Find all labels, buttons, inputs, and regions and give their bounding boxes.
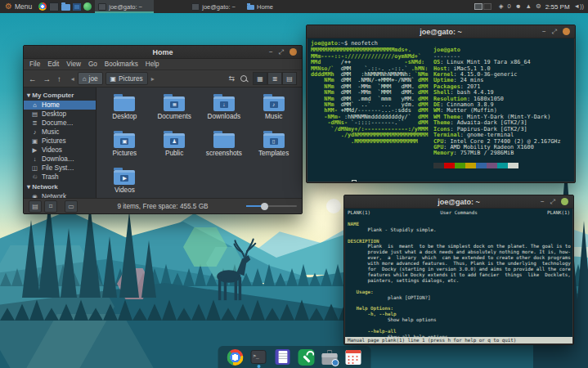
clock[interactable]: 2:55 PM (545, 3, 570, 11)
file-item-screenshots[interactable]: screenshots (200, 131, 249, 168)
user-icon[interactable]: ☻ (515, 0, 522, 13)
updates-count[interactable]: 0 (508, 0, 511, 13)
neofetch-ascii-logo: MMMMMMMMMMMMMMMMMMMMMMMMMmds+. MMm----::… (311, 47, 433, 168)
window-button-joe-gato-[interactable]: joe@gato: ~ (188, 0, 239, 13)
man-page-line: painters, settings dialogs, etc. (348, 278, 570, 284)
minimize-button[interactable]: − (541, 199, 545, 205)
file-item-music[interactable]: ♪Music (249, 94, 298, 131)
icon-view-button[interactable]: ▦ (253, 72, 267, 85)
breadcrumb-scroll-left[interactable]: ◂ (71, 75, 74, 83)
man-page-line: Plank - Stupidly simple. (348, 227, 570, 233)
neofetch-info-line: Memory: 757MiB / 2986MiB (433, 150, 571, 156)
files-launcher-icon[interactable] (61, 4, 70, 11)
list-view-button[interactable]: ≣ (267, 72, 282, 85)
toggle-location-bar-icon[interactable]: ⇆ (228, 74, 235, 83)
sidebar-item-network[interactable]: ◉Network (24, 192, 96, 198)
sidebar-item-home[interactable]: ⌂Home (24, 101, 96, 110)
folder-emblem: ↓ (220, 101, 228, 108)
window-button-joe-gato-[interactable]: joe@gato: ~ (95, 0, 154, 13)
man-page-line: Usage: (348, 289, 570, 295)
sidebar-item-label: Desktop (42, 110, 66, 118)
maximize-button[interactable]: ⤢ (279, 49, 284, 56)
file-item-templates[interactable]: ▯Templates (249, 131, 298, 168)
dock-item-chrome[interactable] (226, 348, 244, 367)
shield-icon[interactable]: ◈ (499, 0, 504, 13)
man-page-line: Show help options (348, 317, 570, 323)
terminal-titlebar[interactable]: joe@gato: ~ − ⤢ (344, 195, 573, 209)
calendar-icon (346, 350, 361, 365)
menu-file[interactable]: File (29, 61, 40, 68)
zoom-slider[interactable] (246, 205, 297, 207)
menu-label: Menu (15, 2, 32, 11)
compact-view-button[interactable]: ▤ (282, 72, 297, 85)
chrome-launcher-icon[interactable] (38, 2, 47, 11)
terminal-window-neofetch: joe@gato: ~ − ⤢ joe@gato:~$ neofetch MMM… (306, 25, 576, 183)
menu-help[interactable]: Help (146, 61, 159, 68)
dock-item-system-reports[interactable] (321, 348, 339, 367)
file-manager-window: Home − ⤢ FileEditViewGoBookmarksHelp ← →… (23, 45, 303, 214)
folder-emblem: ▶ (120, 175, 128, 182)
minimize-button[interactable]: − (269, 49, 273, 56)
man-page-line: -h, --help (348, 312, 570, 317)
network-icon[interactable]: ▲ (526, 0, 532, 13)
menu-button[interactable]: ⚙ Menu (0, 0, 37, 13)
minimize-button[interactable]: − (542, 29, 546, 35)
sidebar-item-trash[interactable]: ♲Trash (24, 173, 96, 182)
menu-go[interactable]: Go (88, 61, 97, 68)
forward-button[interactable]: → (43, 74, 52, 83)
dock-item-text-editor[interactable] (273, 348, 291, 367)
screenshot-launcher-icon[interactable] (73, 3, 81, 11)
sidebar-item-label: Trash (42, 173, 59, 181)
close-button[interactable] (290, 48, 297, 56)
status-bar: ▤ ⌑ ▭ 9 items, Free space: 455.5 GB (24, 198, 302, 213)
image-icon: ▣ (110, 75, 117, 83)
sidebar-item-downloa[interactable]: ↓Downloa… (24, 155, 96, 164)
dock-item-software-manager[interactable] (297, 348, 315, 367)
man-page-content[interactable]: PLANK(1) User Commands PLANK(1) NAME Pla… (345, 209, 572, 343)
window-button-home[interactable]: Home (244, 0, 276, 13)
top-panel: ⚙ Menu joe@gato: ~joe@gato: ~Home ◈0☻▲⚙ … (0, 0, 588, 13)
man-page-line (348, 216, 570, 222)
settings-icon[interactable]: ⚙ (536, 0, 541, 13)
workspace-switcher[interactable] (474, 3, 491, 10)
sidebar-item-pictures[interactable]: ▣Pictures (24, 137, 96, 146)
file-item-downloads[interactable]: ↓Downloads (200, 94, 249, 131)
places-sidebar: ▾ My Computer⌂Home▤Desktop≣Docume…♪Music… (24, 88, 97, 198)
file-manager-titlebar[interactable]: Home − ⤢ (24, 46, 302, 59)
terminal-titlebar[interactable]: joe@gato: ~ − ⤢ (307, 25, 575, 38)
breadcrumb-scroll-right[interactable]: ▸ (151, 75, 155, 83)
window-button-label: joe@gato: ~ (109, 3, 142, 11)
maximize-button[interactable]: ⤢ (552, 29, 557, 35)
file-item-documents[interactable]: ≣Documents (150, 94, 200, 131)
file-item-pictures[interactable]: ▣Pictures (100, 131, 150, 168)
menu-view[interactable]: View (66, 61, 81, 68)
back-button[interactable]: ← (29, 74, 37, 83)
sidebar-item-filesyst[interactable]: ◫File Syst… (24, 164, 96, 173)
dock-item-calendar[interactable] (344, 348, 362, 367)
sidebar-item-videos[interactable]: ▶Videos (24, 146, 96, 155)
volume-icon[interactable]: ◄)) (574, 0, 584, 13)
sidebar-item-music[interactable]: ♪Music (24, 128, 96, 137)
breadcrumb-home[interactable]: ⌂ joe (78, 72, 103, 85)
menu-bar: FileEditViewGoBookmarksHelp (24, 59, 302, 70)
sidebar-item-desktop[interactable]: ▤Desktop (24, 110, 96, 119)
file-item-public[interactable]: ♟Public (150, 131, 200, 168)
up-button[interactable]: ↑ (57, 74, 61, 83)
close-button[interactable] (561, 198, 568, 205)
man-page-line: ever, a library which can be extended to… (348, 255, 570, 261)
file-item-desktop[interactable]: Desktop (100, 94, 150, 131)
menu-edit[interactable]: Edit (47, 61, 59, 68)
search-icon[interactable] (240, 75, 247, 82)
sidebar-item-label: File Syst… (42, 164, 74, 172)
shell-prompt-line: joe@gato:~$ neofetch (311, 41, 571, 47)
terminal-launcher-icon[interactable] (49, 2, 59, 11)
sidebar-item-docume[interactable]: ≣Docume… (24, 119, 96, 128)
menu-bookmarks[interactable]: Bookmarks (105, 61, 138, 68)
close-button[interactable] (563, 28, 570, 35)
maximize-button[interactable]: ⤢ (550, 199, 555, 205)
folder-emblem: ♟ (170, 138, 178, 145)
breadcrumb-pictures[interactable]: ▣ Pictures (105, 72, 148, 85)
terminal-content[interactable]: joe@gato:~$ neofetch MMMMMMMMMMMMMMMMMMM… (307, 38, 574, 182)
web-launcher-icon[interactable] (83, 2, 92, 11)
dock-item-terminal[interactable]: >_ (249, 348, 267, 367)
